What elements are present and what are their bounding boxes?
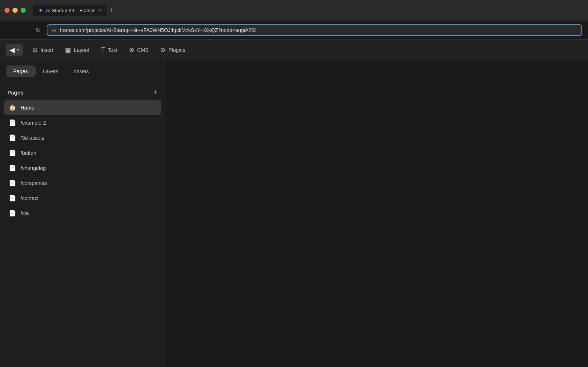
maximize-button[interactable] (21, 8, 26, 13)
toolbar: ◀ ▾ ⊞ Insert ▦ Layout T Text ⊗ CMS ⊕ Plu… (0, 40, 588, 60)
framer-logo-button[interactable]: ◀ ▾ (6, 44, 23, 56)
sidebar-tabs: Pages Layers Assets (0, 60, 165, 77)
page-file-icon-3d-assets: 📄 (9, 134, 16, 141)
back-button[interactable]: ← (6, 25, 15, 35)
logo-chevron-icon: ▾ (17, 47, 19, 53)
page-item-3d-assets[interactable]: 📄 /3d-assets (4, 131, 161, 145)
page-file-icon-changelog: 📄 (9, 164, 16, 171)
tab-title: AI Startup Kit – Framer (46, 8, 95, 13)
url-text: framer.com/projects/AI-Startup-Kit--vFA0… (60, 27, 257, 33)
reload-button[interactable]: ↻ (34, 25, 42, 36)
text-button[interactable]: T Text (96, 44, 122, 56)
close-button[interactable] (4, 8, 10, 13)
active-tab[interactable]: ✦ AI Startup Kit – Framer ✕ (33, 5, 107, 16)
page-file-icon-companies: 📄 (9, 179, 16, 186)
plugins-button[interactable]: ⊕ Plugins (155, 43, 190, 56)
page-label-cta: /cta (21, 210, 29, 216)
pages-header: Pages + (0, 82, 165, 100)
insert-label: Insert (40, 47, 53, 53)
page-item-example-2[interactable]: 📄 /example-2 (4, 115, 161, 130)
back-icon: ← (7, 26, 14, 34)
text-label: Text (108, 47, 117, 53)
tab-pages[interactable]: Pages (6, 65, 35, 77)
page-label-companies: /companies (21, 180, 47, 186)
page-label-example-2: /example-2 (21, 120, 46, 126)
forward-button[interactable]: → (20, 25, 29, 35)
cms-icon: ⊗ (129, 46, 134, 54)
tab-layers[interactable]: Layers (36, 65, 66, 77)
page-label-3d-assets: /3d-assets (21, 135, 44, 141)
home-icon: 🏠 (9, 104, 16, 111)
main-layout: Pages Layers Assets Pages + 🏠 Home 📄 (0, 60, 588, 367)
plugins-label: Plugins (168, 47, 185, 53)
page-list: 🏠 Home 📄 /example-2 📄 /3d-assets 📄 /butt… (0, 100, 165, 220)
plugins-icon: ⊕ (160, 46, 165, 54)
window-controls (4, 8, 26, 13)
page-item-home[interactable]: 🏠 Home (4, 100, 161, 115)
page-file-icon-contact: 📄 (9, 195, 16, 202)
address-bar: ← → ↻ ⊞ framer.com/projects/AI-Startup-K… (0, 21, 588, 40)
page-label-home: Home (21, 105, 34, 111)
page-file-icon-button: 📄 (9, 149, 16, 156)
cms-label: CMS (137, 47, 148, 53)
new-tab-button[interactable]: + (107, 5, 117, 16)
framer-star-icon: ✦ (38, 7, 43, 14)
layout-button[interactable]: ▦ Layout (60, 43, 94, 56)
sidebar: Pages Layers Assets Pages + 🏠 Home 📄 (0, 60, 165, 367)
tab-bar: ✦ AI Startup Kit – Framer ✕ + (33, 5, 584, 16)
layout-label: Layout (74, 47, 89, 53)
tab-assets[interactable]: Assets (66, 65, 96, 77)
tab-close-button[interactable]: ✕ (98, 8, 101, 13)
page-label-button: /button (21, 150, 36, 156)
url-mode-icon: ⊞ (52, 27, 56, 33)
forward-icon: → (21, 26, 28, 34)
add-page-button[interactable]: + (153, 89, 158, 96)
canvas-area[interactable] (165, 60, 588, 367)
minimize-button[interactable] (12, 8, 18, 13)
page-label-contact: /contact (21, 195, 39, 201)
framer-logo-icon: ◀ (10, 46, 15, 54)
page-item-changelog[interactable]: 📄 /changelog (4, 161, 161, 175)
page-label-changelog: /changelog (21, 165, 46, 171)
text-icon: T (101, 46, 105, 54)
page-item-contact[interactable]: 📄 /contact (4, 191, 161, 205)
page-item-cta[interactable]: 📄 /cta (4, 206, 161, 220)
page-item-companies[interactable]: 📄 /companies (4, 176, 161, 190)
reload-icon: ↻ (35, 26, 41, 34)
title-bar: ✦ AI Startup Kit – Framer ✕ + (0, 0, 588, 21)
layout-icon: ▦ (65, 46, 71, 54)
pages-section-title: Pages (7, 89, 24, 96)
page-file-icon-example-2: 📄 (9, 119, 16, 126)
page-item-button[interactable]: 📄 /button (4, 146, 161, 160)
page-file-icon-cta: 📄 (9, 210, 16, 217)
cms-button[interactable]: ⊗ CMS (124, 43, 154, 56)
insert-icon: ⊞ (32, 46, 37, 54)
insert-button[interactable]: ⊞ Insert (27, 43, 58, 56)
url-bar[interactable]: ⊞ framer.com/projects/AI-Startup-Kit--vF… (47, 24, 582, 36)
